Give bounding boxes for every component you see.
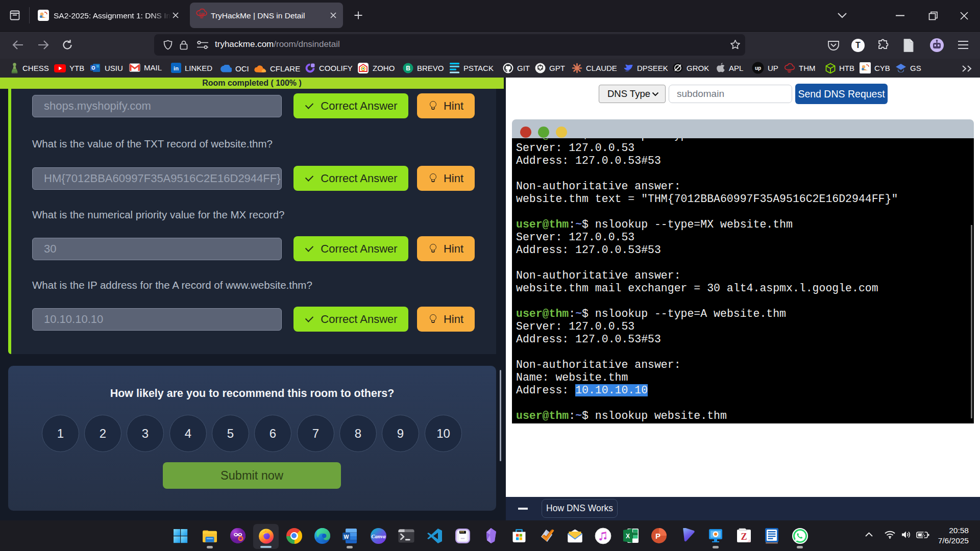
svg-text:in: in xyxy=(174,65,179,71)
svg-text:Z: Z xyxy=(741,532,747,542)
svg-text:Canva: Canva xyxy=(371,533,385,539)
svg-text:P: P xyxy=(655,532,660,540)
svg-text:W: W xyxy=(344,533,349,539)
svg-text:THM: THM xyxy=(199,12,205,15)
svg-text:B: B xyxy=(406,65,410,72)
svg-text:X: X xyxy=(625,533,629,540)
svg-text:up: up xyxy=(755,65,761,71)
